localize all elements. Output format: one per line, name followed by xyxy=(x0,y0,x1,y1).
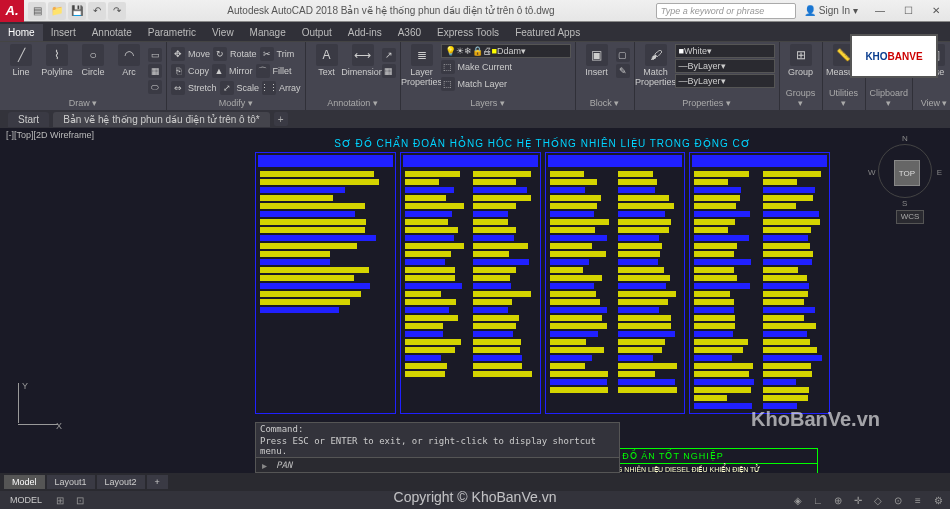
tab-drawing[interactable]: Bản vẽ hệ thống phun dầu điện tử trên ô … xyxy=(53,112,270,127)
help-search-input[interactable]: Type a keyword or phrase xyxy=(656,3,796,19)
circle-button[interactable]: ○Circle xyxy=(76,44,110,97)
fillet-icon[interactable]: ⌒ xyxy=(256,64,270,78)
panel-block-label[interactable]: Block ▾ xyxy=(580,97,630,108)
qat-save-icon[interactable]: 💾 xyxy=(68,2,86,20)
arc-button[interactable]: ◠Arc xyxy=(112,44,146,97)
status-toggle-icon[interactable]: ✛ xyxy=(850,493,866,507)
command-history: Command: xyxy=(256,423,619,435)
text-icon: A xyxy=(316,44,338,66)
layer-properties-button[interactable]: ≣Layer Properties xyxy=(405,44,439,97)
mirror-icon[interactable]: ▲ xyxy=(212,64,226,78)
maximize-button[interactable]: ☐ xyxy=(894,0,922,22)
tab-express[interactable]: Express Tools xyxy=(429,24,507,41)
app-logo[interactable]: A xyxy=(0,0,24,22)
status-toggle-icon[interactable]: ⊙ xyxy=(890,493,906,507)
layer-combo[interactable]: 💡☀❄🔒🖨 ■ Ddam ▾ xyxy=(441,44,571,58)
lineweight-combo[interactable]: — ByLayer ▾ xyxy=(675,74,775,88)
wcs-button[interactable]: WCS xyxy=(896,210,924,224)
snap-icon[interactable]: ⊡ xyxy=(72,493,88,507)
grid-icon[interactable]: ⊞ xyxy=(52,493,68,507)
tab-layout2[interactable]: Layout2 xyxy=(97,475,145,489)
status-toggle-icon[interactable]: ⚙ xyxy=(930,493,946,507)
panel-annotation: AText ⟷Dimension ↗ ▦ Annotation ▾ xyxy=(306,42,401,110)
ellipse-icon[interactable]: ⬭ xyxy=(148,80,162,94)
viewport-label[interactable]: [-][Top][2D Wireframe] xyxy=(6,130,94,140)
create-block-icon[interactable]: ▢ xyxy=(616,48,630,62)
command-input[interactable]: PAN xyxy=(272,459,296,471)
scale-icon[interactable]: ⤢ xyxy=(220,81,234,95)
tab-annotate[interactable]: Annotate xyxy=(84,24,140,41)
qat-new-icon[interactable]: ▤ xyxy=(28,2,46,20)
panel-layers: ≣Layer Properties 💡☀❄🔒🖨 ■ Ddam ▾ ⬚Make C… xyxy=(401,42,576,110)
match-layer-icon[interactable]: ⬚ xyxy=(441,77,455,91)
panel-block: ▣Insert ▢ ✎ Block ▾ xyxy=(576,42,635,110)
panel-annotation-label[interactable]: Annotation ▾ xyxy=(310,97,396,108)
ribbon-tabs: Home Insert Annotate Parametric View Man… xyxy=(0,22,950,42)
match-properties-button[interactable]: 🖌Match Properties xyxy=(639,44,673,97)
table-icon[interactable]: ▦ xyxy=(382,64,396,78)
viewcube[interactable]: TOP N E S W xyxy=(870,136,940,206)
signin-button[interactable]: 👤Sign In▾ xyxy=(804,5,858,16)
status-toggle-icon[interactable]: ◈ xyxy=(790,493,806,507)
circle-icon: ○ xyxy=(82,44,104,66)
panel-properties: 🖌Match Properties ■ White ▾ — ByLayer ▾ … xyxy=(635,42,780,110)
tab-parametric[interactable]: Parametric xyxy=(140,24,204,41)
leader-icon[interactable]: ↗ xyxy=(382,48,396,62)
trim-icon[interactable]: ✂ xyxy=(260,47,274,61)
close-button[interactable]: ✕ xyxy=(922,0,950,22)
panel-properties-label[interactable]: Properties ▾ xyxy=(639,97,775,108)
tab-start[interactable]: Start xyxy=(8,112,49,127)
status-toggle-icon[interactable]: ∟ xyxy=(810,493,826,507)
tab-home[interactable]: Home xyxy=(0,24,43,41)
panel-draw-label[interactable]: Draw ▾ xyxy=(4,97,162,108)
copy-icon[interactable]: ⎘ xyxy=(171,64,185,78)
qat-redo-icon[interactable]: ↷ xyxy=(108,2,126,20)
tab-add-button[interactable]: + xyxy=(274,112,288,126)
qat-undo-icon[interactable]: ↶ xyxy=(88,2,106,20)
match-prop-icon: 🖌 xyxy=(645,44,667,66)
panel-layers-label[interactable]: Layers ▾ xyxy=(405,97,571,108)
ucs-icon: YX xyxy=(10,383,60,433)
tab-layout1[interactable]: Layout1 xyxy=(47,475,95,489)
linetype-combo[interactable]: — ByLayer ▾ xyxy=(675,59,775,73)
rotate-icon[interactable]: ↻ xyxy=(213,47,227,61)
polyline-button[interactable]: ⌇Polyline xyxy=(40,44,74,97)
panel-groups: ⊞Group Groups ▾ xyxy=(780,42,823,110)
panel-clipboard-label[interactable]: Clipboard ▾ xyxy=(870,87,909,108)
status-toggle-icon[interactable]: ◇ xyxy=(870,493,886,507)
tab-addins[interactable]: Add-ins xyxy=(340,24,390,41)
watermark-logo: KHOBANVE xyxy=(850,34,938,78)
tab-manage[interactable]: Manage xyxy=(242,24,294,41)
panel-utilities-label[interactable]: Utilities ▾ xyxy=(827,87,861,108)
minimize-button[interactable]: — xyxy=(866,0,894,22)
make-current-icon[interactable]: ⬚ xyxy=(441,60,455,74)
tab-view[interactable]: View xyxy=(204,24,242,41)
tab-output[interactable]: Output xyxy=(294,24,340,41)
group-button[interactable]: ⊞Group xyxy=(784,44,818,87)
panel-view-label[interactable]: View ▾ xyxy=(917,97,950,108)
tab-featured[interactable]: Featured Apps xyxy=(507,24,588,41)
hatch-icon[interactable]: ▦ xyxy=(148,64,162,78)
tab-layout-add[interactable]: + xyxy=(147,475,168,489)
panel-groups-label[interactable]: Groups ▾ xyxy=(784,87,818,108)
line-button[interactable]: ╱Line xyxy=(4,44,38,97)
move-icon[interactable]: ✥ xyxy=(171,47,185,61)
color-combo[interactable]: ■ White ▾ xyxy=(675,44,775,58)
status-model[interactable]: MODEL xyxy=(4,495,48,505)
insert-button[interactable]: ▣Insert xyxy=(580,44,614,97)
rect-icon[interactable]: ▭ xyxy=(148,48,162,62)
stretch-icon[interactable]: ⇔ xyxy=(171,81,185,95)
array-icon[interactable]: ⋮⋮ xyxy=(262,81,276,95)
status-toggle-icon[interactable]: ≡ xyxy=(910,493,926,507)
command-line[interactable]: Command: Press ESC or ENTER to exit, or … xyxy=(255,422,620,473)
text-button[interactable]: AText xyxy=(310,44,344,97)
tab-a360[interactable]: A360 xyxy=(390,24,429,41)
tab-model[interactable]: Model xyxy=(4,475,45,489)
viewcube-top[interactable]: TOP xyxy=(894,160,920,186)
panel-modify-label[interactable]: Modify ▾ xyxy=(171,97,301,108)
qat-open-icon[interactable]: 📁 xyxy=(48,2,66,20)
status-toggle-icon[interactable]: ⊕ xyxy=(830,493,846,507)
tab-insert[interactable]: Insert xyxy=(43,24,84,41)
edit-block-icon[interactable]: ✎ xyxy=(616,64,630,78)
dimension-button[interactable]: ⟷Dimension xyxy=(346,44,380,97)
